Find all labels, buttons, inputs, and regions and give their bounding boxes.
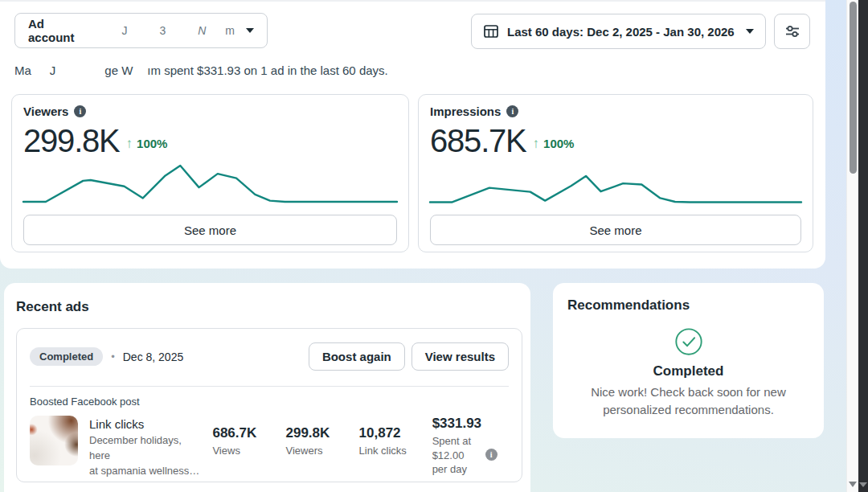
recent-ads-panel: Recent ads Completed • Dec 8, 2025 Boost… (4, 283, 530, 492)
recent-ads-title: Recent ads (16, 299, 89, 315)
dot-separator: • (111, 351, 115, 363)
link-clicks-value: 10,872 (359, 425, 421, 441)
recommendations-message: Nice work! Check back soon for new (591, 385, 786, 399)
recommendations-panel: Recommendations Completed Nice work! Che… (553, 283, 824, 438)
date-range-label: Last 60 days: Dec 2, 2025 - Jan 30, 2026 (507, 25, 735, 39)
views-metric: 686.7K Views (212, 416, 274, 457)
account-name-fragment: J (121, 24, 127, 37)
views-label: Views (212, 445, 274, 457)
ad-description: December holidays, here (89, 434, 182, 461)
spend-value: $331.93 (432, 416, 509, 432)
viewers-value: 299.8K (23, 123, 120, 159)
edge-down-arrow-icon (859, 482, 867, 487)
calendar-icon (483, 23, 499, 39)
divider (30, 386, 509, 387)
scrollbar-down-arrow-icon[interactable] (849, 482, 857, 487)
viewers-label: Viewers (286, 445, 348, 457)
link-clicks-label: Link clicks (359, 445, 421, 457)
info-icon[interactable]: i (506, 105, 518, 117)
chevron-down-icon (746, 29, 754, 34)
spend-detail: Spent at (432, 435, 471, 447)
check-circle-icon (674, 326, 704, 357)
window-edge (858, 0, 868, 492)
recommendations-status: Completed (567, 363, 809, 379)
spend-detail: $12.00 (432, 449, 465, 461)
info-icon[interactable]: i (74, 105, 86, 117)
ad-type-label: Boosted Facebook post (30, 396, 509, 408)
viewers-sparkline-chart (23, 162, 397, 206)
account-name-fragment: N (198, 24, 206, 37)
recommendations-message: personalized recommendations. (603, 403, 774, 416)
trend-up-icon: ↑ (126, 136, 133, 152)
ad-account-dropdown[interactable]: Ad account J 3 N m (14, 13, 268, 48)
boost-again-button[interactable]: Boost again (309, 342, 405, 371)
ad-card: Completed • Dec 8, 2025 Boost again View… (16, 328, 522, 482)
scrollbar-thumb[interactable] (850, 2, 857, 174)
summary-fragment: ım spent $331.93 on 1 ad in the last 60 … (147, 64, 387, 77)
impressions-value: 685.7K (430, 123, 526, 159)
spend-summary-line: MaJge Wım spent $331.93 on 1 ad in the l… (14, 64, 388, 77)
viewers-metric-card: Viewers i 299.8K ↑ 100% See more (11, 94, 409, 252)
trend-up-icon: ↑ (533, 136, 540, 152)
viewers-card-title: Viewers (23, 105, 68, 118)
ad-description: at spamania wellness… (89, 465, 199, 477)
sliders-icon (784, 23, 800, 39)
impressions-card-title: Impressions (430, 105, 501, 118)
viewers-metric: 299.8K Viewers (286, 416, 348, 457)
date-range-dropdown[interactable]: Last 60 days: Dec 2, 2025 - Jan 30, 2026 (471, 14, 766, 49)
views-value: 686.7K (212, 425, 274, 441)
impressions-sparkline-chart (430, 162, 801, 206)
viewers-value: 299.8K (286, 425, 348, 441)
impressions-see-more-button[interactable]: See more (430, 215, 801, 245)
impressions-metric-card: Impressions i 685.7K ↑ 100% See more (418, 94, 813, 252)
account-name-fragment: m (225, 24, 235, 37)
ad-account-label: Ad account (28, 17, 83, 44)
summary-fragment: ge W (104, 64, 133, 77)
page-background: Ad account J 3 N m Last 60 days: Dec 2, … (0, 0, 846, 492)
impressions-change-percent: 100% (543, 137, 574, 150)
spend-detail: per day (432, 463, 467, 475)
info-icon[interactable]: i (485, 449, 497, 461)
viewers-change-percent: 100% (137, 137, 167, 150)
ads-manager-overview: Ad account J 3 N m Last 60 days: Dec 2, … (0, 0, 868, 492)
overview-panel: Ad account J 3 N m Last 60 days: Dec 2, … (0, 0, 825, 269)
ad-date: Dec 8, 2025 (123, 351, 184, 363)
summary-fragment: Ma (14, 64, 31, 77)
scrollbar-track[interactable] (846, 0, 858, 492)
spend-metric: $331.93 Spent at $12.00 per day i (432, 416, 509, 477)
view-results-button[interactable]: View results (411, 342, 509, 371)
chevron-down-icon (246, 28, 254, 33)
ad-objective: Link clicks (89, 417, 201, 431)
account-name-fragment: 3 (159, 24, 166, 37)
recommendations-title: Recommendations (567, 297, 809, 314)
summary-fragment: J (50, 64, 56, 77)
viewers-see-more-button[interactable]: See more (23, 215, 397, 245)
status-badge: Completed (30, 347, 103, 366)
link-clicks-metric: 10,872 Link clicks (359, 416, 421, 457)
ad-thumbnail-image[interactable] (30, 416, 78, 465)
adjust-settings-button[interactable] (774, 14, 810, 49)
ad-detail-row: Link clicks December holidays, here at s… (30, 416, 509, 479)
